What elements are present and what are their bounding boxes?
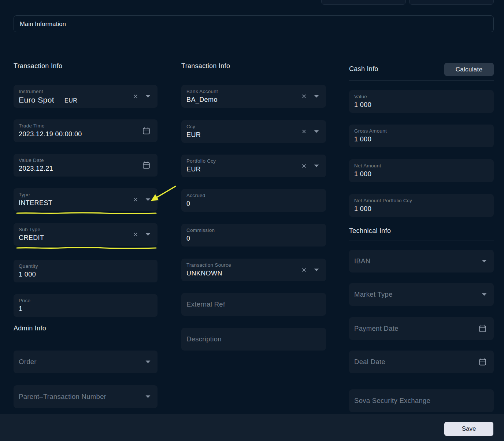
clear-icon[interactable]	[133, 94, 138, 99]
gross-amount-label: Gross Amount	[354, 128, 489, 134]
payment-date-placeholder: Payment Date	[354, 325, 399, 333]
divider	[14, 340, 158, 340]
parent-transaction-number-field[interactable]: Parent–Transaction Number	[14, 385, 158, 408]
clear-icon[interactable]	[302, 268, 306, 272]
section-title-transaction-info-left: Transaction Info	[14, 62, 62, 70]
portfolio-ccy-label: Portfolio Ccy	[186, 158, 321, 164]
payment-date-field[interactable]: Payment Date	[349, 317, 494, 340]
chevron-down-icon[interactable]	[145, 233, 151, 236]
order-placeholder: Order	[19, 358, 37, 366]
sub-type-label: Sub Type	[19, 226, 152, 233]
divider	[14, 76, 158, 76]
deal-date-placeholder: Deal Date	[354, 358, 385, 366]
value-date-label: Value Date	[19, 157, 152, 163]
middle-column: Transaction Info Bank Account BA_Demo Cc…	[181, 0, 326, 441]
value-date-field[interactable]: Value Date 2023.12.21	[14, 154, 158, 177]
instrument-field[interactable]: Instrument Euro Spot EUR	[14, 85, 158, 108]
deal-date-field[interactable]: Deal Date	[349, 351, 494, 373]
sub-type-field[interactable]: Sub Type CREDIT	[14, 223, 158, 246]
net-amount-label: Net Amount	[354, 163, 489, 169]
value-date-value: 2023.12.21	[19, 164, 152, 174]
transaction-source-label: Transaction Source	[186, 262, 321, 268]
sova-security-exchange-field[interactable]: Sova Security Exchange	[349, 389, 494, 412]
clear-icon[interactable]	[302, 164, 306, 168]
sova-security-exchange-placeholder: Sova Security Exchange	[354, 397, 430, 405]
quantity-label: Quantity	[19, 263, 152, 269]
trade-time-label: Trade Time	[19, 123, 152, 129]
chevron-down-icon[interactable]	[314, 164, 319, 168]
accrued-field[interactable]: Accrued 0	[181, 189, 326, 212]
quantity-field[interactable]: Quantity 1 000	[14, 260, 158, 282]
portfolio-ccy-field[interactable]: Portfolio Ccy EUR	[181, 155, 326, 177]
chevron-down-icon[interactable]	[481, 293, 487, 296]
clear-icon[interactable]	[302, 94, 306, 99]
value-field[interactable]: Value 1 000	[349, 90, 494, 113]
accrued-value: 0	[186, 199, 321, 209]
chevron-down-icon[interactable]	[314, 95, 319, 98]
section-title-technical-info: Technical Info	[349, 227, 391, 235]
section-title-transaction-info-middle: Transaction Info	[181, 62, 230, 70]
net-amount-portfolio-ccy-label: Net Amount Portfolio Ccy	[354, 197, 489, 204]
net-amount-portfolio-ccy-field[interactable]: Net Amount Portfolio Ccy 1 000	[349, 194, 494, 217]
calendar-icon[interactable]	[478, 357, 487, 366]
calendar-icon[interactable]	[478, 324, 487, 333]
type-highlight-underline	[16, 212, 157, 215]
ccy-field[interactable]: Ccy EUR	[181, 120, 326, 143]
net-amount-field[interactable]: Net Amount 1 000	[349, 159, 494, 182]
commission-field[interactable]: Commission 0	[181, 224, 326, 247]
instrument-currency: EUR	[64, 97, 77, 104]
sub-type-value: CREDIT	[19, 233, 152, 243]
gross-amount-field[interactable]: Gross Amount 1 000	[349, 125, 494, 147]
price-field[interactable]: Price 1	[14, 294, 158, 317]
clear-icon[interactable]	[133, 197, 138, 202]
trade-time-value: 2023.12.19 00:00:00	[19, 129, 152, 139]
commission-label: Commission	[186, 227, 321, 233]
chevron-down-icon[interactable]	[145, 360, 151, 364]
iban-placeholder: IBAN	[354, 257, 370, 265]
left-column: Transaction Info Instrument Euro Spot EU…	[14, 0, 158, 441]
bank-account-label: Bank Account	[186, 88, 321, 94]
portfolio-ccy-value: EUR	[186, 164, 321, 174]
chevron-down-icon[interactable]	[314, 268, 319, 272]
sub-type-highlight-underline	[16, 247, 157, 249]
divider	[181, 76, 326, 76]
external-ref-field[interactable]: External Ref	[181, 293, 326, 316]
clear-icon[interactable]	[302, 129, 306, 134]
right-column: Cash Info Calculate Value 1 000 Gross Am…	[349, 0, 494, 441]
net-amount-portfolio-ccy-value: 1 000	[354, 204, 489, 214]
trade-time-field[interactable]: Trade Time 2023.12.19 00:00:00	[14, 119, 158, 142]
divider	[349, 241, 494, 241]
bank-account-value: BA_Demo	[186, 95, 321, 105]
value-value: 1 000	[354, 100, 489, 110]
market-type-field[interactable]: Market Type	[349, 283, 494, 306]
bank-account-field[interactable]: Bank Account BA_Demo	[181, 85, 326, 108]
clear-icon[interactable]	[133, 232, 138, 237]
transaction-source-field[interactable]: Transaction Source UNKNOWN	[181, 259, 326, 281]
price-label: Price	[19, 297, 152, 304]
chevron-down-icon[interactable]	[145, 395, 151, 399]
calendar-icon[interactable]	[142, 161, 151, 170]
parent-transaction-number-placeholder: Parent–Transaction Number	[19, 393, 106, 401]
calculate-button[interactable]: Calculate	[444, 63, 494, 76]
market-type-placeholder: Market Type	[354, 290, 393, 299]
price-value: 1	[19, 304, 152, 314]
ccy-value: EUR	[186, 130, 321, 140]
net-amount-value: 1 000	[354, 169, 489, 179]
type-field[interactable]: Type INTEREST	[14, 188, 158, 211]
description-field[interactable]: Description	[181, 328, 326, 351]
calendar-icon[interactable]	[142, 126, 151, 135]
order-field[interactable]: Order	[14, 351, 158, 373]
chevron-down-icon[interactable]	[145, 198, 151, 201]
description-placeholder: Description	[186, 335, 222, 343]
iban-field[interactable]: IBAN	[349, 250, 494, 273]
chevron-down-icon[interactable]	[481, 260, 487, 263]
footer-bar: Save	[0, 414, 504, 441]
type-value: INTEREST	[19, 198, 152, 208]
chevron-down-icon[interactable]	[145, 95, 151, 98]
value-label: Value	[354, 93, 489, 100]
chevron-down-icon[interactable]	[314, 130, 319, 133]
type-label: Type	[19, 192, 152, 198]
instrument-label: Instrument	[19, 88, 152, 94]
save-button[interactable]: Save	[444, 422, 493, 436]
ccy-label: Ccy	[186, 123, 321, 130]
